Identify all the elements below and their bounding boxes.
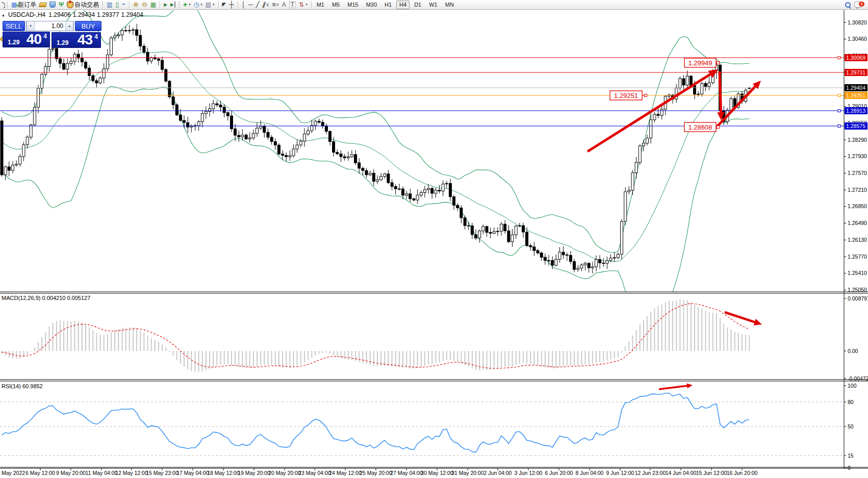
rsi-value: 60.9852 bbox=[22, 383, 43, 389]
time-axis-label: 9 Jun 12:00 bbox=[606, 470, 634, 476]
timeframe-button-m5[interactable]: M5 bbox=[329, 1, 343, 9]
mt4-window: 1.299491.292511.28608 1.308201.304601.30… bbox=[0, 0, 868, 478]
macd-name: MACD(12,26,9) bbox=[2, 295, 40, 301]
volume-spinner: ▾ 1.00 ▴ bbox=[26, 21, 74, 31]
timeframe-button-m30[interactable]: M30 bbox=[363, 1, 380, 9]
svg-text:1.25770: 1.25770 bbox=[848, 254, 867, 260]
one-click-trading-panel: SELL ▾ 1.00 ▴ BUY 1.29 40 4 1.29 43 4 bbox=[3, 21, 101, 47]
templates-button[interactable]: ▧▾ bbox=[204, 1, 216, 9]
text-label-button[interactable]: T bbox=[288, 1, 297, 9]
rsi-pane[interactable] bbox=[0, 383, 844, 456]
timeframe-button-m1[interactable]: M1 bbox=[314, 1, 327, 9]
sell-button[interactable]: SELL bbox=[3, 21, 25, 31]
macd-signal-value: 0.005127 bbox=[67, 295, 90, 301]
time-axis-label: 11 May 04:00 bbox=[86, 470, 118, 476]
svg-text:0: 0 bbox=[848, 465, 851, 471]
svg-text:1.29731: 1.29731 bbox=[846, 69, 865, 76]
timeframe-button-mn[interactable]: MN bbox=[442, 1, 457, 9]
zoom-out-button[interactable]: ⊖ bbox=[140, 1, 149, 9]
trendline-icon: ╱ bbox=[256, 2, 260, 8]
text-button[interactable]: A bbox=[280, 1, 288, 9]
channel-button[interactable]: ∥E bbox=[261, 1, 271, 9]
ohlc-close: 1.29404 bbox=[121, 11, 143, 18]
time-axis-label: 15 Jun 12:00 bbox=[696, 470, 727, 476]
main-price-pane[interactable]: 1.299491.292511.28608 bbox=[0, 1, 844, 323]
symbol-ohlc-line: ▲ USDCAD-,H4 1.29406 1.29434 1.29377 1.2… bbox=[2, 11, 143, 18]
svg-text:1.25410: 1.25410 bbox=[848, 270, 867, 276]
macd-pane[interactable] bbox=[2, 299, 762, 372]
line-chart-button[interactable]: ~ bbox=[120, 1, 127, 9]
buy-price-panel[interactable]: 1.29 43 4 bbox=[52, 32, 101, 48]
volume-increase-button[interactable]: ▴ bbox=[65, 21, 73, 31]
price-annotation-box[interactable]: 1.29251 bbox=[610, 91, 647, 100]
timeframe-button-h1[interactable]: H1 bbox=[381, 1, 395, 9]
candlestick-chart-button[interactable]: ▯ bbox=[114, 1, 120, 9]
sell-price-panel[interactable]: 1.29 40 4 bbox=[3, 32, 50, 47]
price-level-marker[interactable] bbox=[838, 110, 840, 112]
macd-histogram bbox=[2, 299, 750, 372]
autotrading-button[interactable]: 自动交易 bbox=[65, 1, 100, 9]
collapse-triangle-icon[interactable]: ▲ bbox=[2, 13, 5, 17]
trend-arrow[interactable] bbox=[659, 383, 693, 389]
indicators-button[interactable]: +▾ bbox=[182, 1, 192, 9]
gold-bar-button[interactable] bbox=[38, 1, 48, 9]
svg-text:1.28575: 1.28575 bbox=[846, 123, 865, 129]
volume-decrease-button[interactable]: ▾ bbox=[27, 21, 35, 31]
horizontal-line-button[interactable]: ─ bbox=[247, 1, 254, 9]
time-axis[interactable]: May 20226 May 12:009 May 20:0011 May 04:… bbox=[2, 468, 758, 476]
fibonacci-button[interactable]: ≡F bbox=[270, 1, 280, 9]
toolbar-separator bbox=[103, 1, 103, 8]
crosshair-button[interactable]: ┼ bbox=[227, 1, 235, 9]
timeframe-button-w1[interactable]: W1 bbox=[426, 1, 441, 9]
signal-icon: Ψ bbox=[59, 2, 64, 8]
volume-input[interactable]: 1.00 bbox=[35, 21, 65, 31]
clock-icon: ◷ bbox=[194, 2, 199, 8]
new-order-label: 新订单 bbox=[18, 1, 36, 9]
rsi-name: RSI(14) bbox=[2, 383, 21, 389]
toolbar: ▦+ 新订单 Ψ 自动交易 ▥ ▯ ~ ⊕ ⊖ ▦ ▶ ▶ +▾ ◷▾ ▧▾ ◤… bbox=[0, 0, 868, 10]
cup-button[interactable] bbox=[48, 1, 57, 9]
cursor-button[interactable]: ◤ bbox=[221, 1, 228, 9]
new-order-button[interactable]: ▦+ 新订单 bbox=[10, 1, 38, 9]
periods-button[interactable]: ◷▾ bbox=[192, 1, 204, 9]
indicators-icon: + bbox=[183, 2, 187, 8]
trend-arrow[interactable] bbox=[725, 312, 762, 325]
buy-button[interactable]: BUY bbox=[75, 21, 101, 31]
bollinger-upper-band bbox=[2, 1, 750, 253]
auto-scroll-button[interactable]: ▶ bbox=[162, 1, 169, 9]
price-level-marker[interactable] bbox=[838, 125, 840, 128]
bollinger-middle-band bbox=[2, 52, 750, 262]
time-axis-label: 30 May 12:00 bbox=[421, 470, 453, 476]
price-level-marker[interactable] bbox=[838, 57, 840, 59]
price-annotation-box[interactable]: 1.29949 bbox=[684, 58, 720, 67]
time-axis-label: 25 May 20:00 bbox=[360, 470, 392, 476]
timeframe-button-h4[interactable]: H4 bbox=[396, 1, 410, 9]
arrows-tool-button[interactable]: ⇅▾ bbox=[297, 1, 309, 9]
tile-windows-button[interactable]: ▦ bbox=[149, 1, 158, 9]
svg-text:100: 100 bbox=[848, 383, 857, 389]
timeframe-group: M1M5M15M30H1H4D1W1MN bbox=[314, 1, 457, 9]
timeframe-button-d1[interactable]: D1 bbox=[411, 1, 424, 9]
candlestick-chart-icon: ▯ bbox=[115, 2, 119, 8]
price-annotation-box[interactable]: 1.28608 bbox=[684, 122, 720, 132]
svg-text:1.26490: 1.26490 bbox=[848, 220, 867, 226]
notifications-button[interactable]: 1 bbox=[853, 1, 863, 9]
vertical-line-button[interactable]: │ bbox=[240, 1, 247, 9]
chart-shift-button[interactable]: ▶ bbox=[169, 1, 177, 9]
text-label-icon: T bbox=[289, 1, 296, 8]
trendline-button[interactable]: ╱ bbox=[254, 1, 261, 9]
search-button[interactable] bbox=[843, 1, 853, 9]
timeframe-button-m15[interactable]: M15 bbox=[344, 1, 361, 9]
toolbar-separator bbox=[7, 1, 8, 8]
template-icon: ▧ bbox=[206, 2, 211, 8]
time-axis-label: 20 May 20:00 bbox=[268, 470, 301, 476]
zoom-in-button[interactable]: ⊕ bbox=[132, 1, 140, 9]
price-level-marker[interactable] bbox=[838, 94, 840, 97]
arrows-tool-icon: ⇅ bbox=[299, 2, 304, 8]
trend-arrow[interactable] bbox=[717, 71, 724, 120]
bar-chart-button[interactable]: ▥ bbox=[105, 1, 114, 9]
tile-windows-icon: ▦ bbox=[150, 2, 156, 8]
signal-button[interactable]: Ψ bbox=[57, 1, 65, 9]
price-axis[interactable]: 1.308201.304601.301001.297401.293801.290… bbox=[844, 19, 868, 471]
chart-canvas[interactable]: 1.299491.292511.28608 1.308201.304601.30… bbox=[0, 0, 868, 478]
